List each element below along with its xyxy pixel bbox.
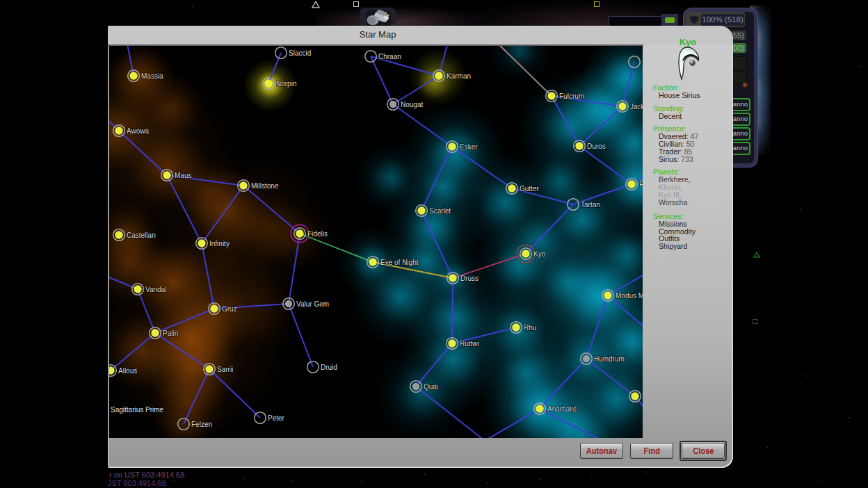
svg-text:Rhu: Rhu: [524, 324, 536, 332]
svg-text:Chraan: Chraan: [378, 53, 401, 60]
svg-text:Norpin: Norpin: [276, 80, 296, 88]
svg-text:Nougat: Nougat: [401, 101, 423, 108]
svg-text:Tartan: Tartan: [581, 201, 600, 209]
svg-text:Fidelis: Fidelis: [307, 230, 328, 238]
svg-text:Fulcrum: Fulcrum: [559, 92, 584, 100]
svg-text:Druss: Druss: [460, 275, 479, 282]
svg-text:Infinity: Infinity: [209, 240, 230, 247]
svg-text:Valur Gem: Valur Gem: [296, 300, 329, 308]
svg-text:Kyo: Kyo: [533, 250, 546, 258]
svg-text:Massia: Massia: [141, 72, 163, 80]
svg-text:Druid: Druid: [321, 364, 337, 371]
svg-text:Gruz: Gruz: [222, 305, 237, 313]
svg-text:Peter: Peter: [268, 414, 285, 422]
svg-text:Palin: Palin: [163, 330, 178, 337]
svg-text:Millstone: Millstone: [251, 182, 279, 190]
svg-text:Allous: Allous: [118, 367, 137, 375]
svg-text:Sarrii: Sarrii: [217, 366, 233, 373]
svg-text:Awowa: Awowa: [127, 127, 149, 135]
svg-text:Sagittarius Prime: Sagittarius Prime: [111, 406, 164, 414]
svg-text:Modus Ma: Modus Ma: [616, 292, 643, 300]
svg-text:Slaccid: Slaccid: [289, 49, 311, 57]
svg-text:Felzen: Felzen: [191, 421, 212, 428]
svg-text:Esker: Esker: [460, 143, 478, 151]
svg-text:Humdrum: Humdrum: [594, 355, 625, 363]
svg-text:Duros: Duros: [587, 143, 606, 150]
svg-text:Eye of Night: Eye of Night: [380, 259, 419, 266]
svg-text:Castellan: Castellan: [127, 231, 156, 239]
svg-text:Vandal: Vandal: [145, 286, 166, 293]
svg-text:Maus: Maus: [175, 172, 191, 179]
svg-text:Gutter: Gutter: [520, 185, 539, 193]
svg-text:Ruttwi: Ruttwi: [460, 340, 479, 348]
svg-text:Karman: Karman: [447, 72, 471, 80]
svg-text:Jack: Jack: [630, 103, 643, 111]
svg-text:Scarlet: Scarlet: [429, 207, 451, 215]
svg-text:Anarbalis: Anarbalis: [547, 405, 577, 413]
svg-text:Quai: Quai: [424, 383, 438, 391]
